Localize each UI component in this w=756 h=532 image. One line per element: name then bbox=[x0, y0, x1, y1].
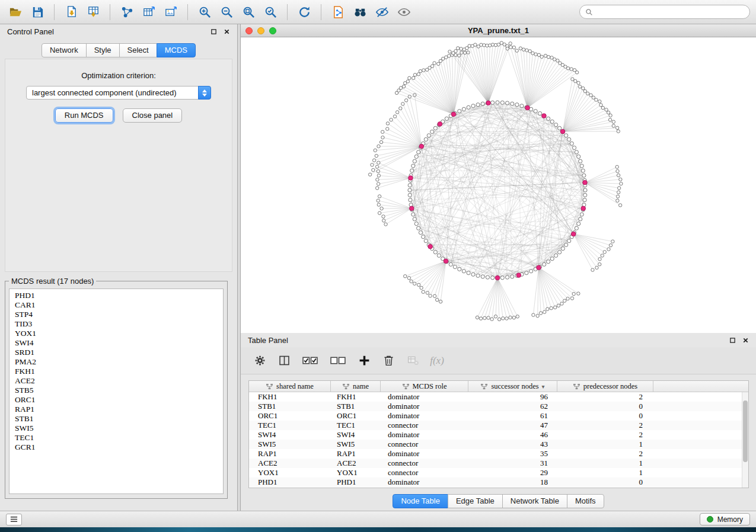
tab-select[interactable]: Select bbox=[119, 43, 157, 57]
table-row[interactable]: TEC1TEC1connector472 bbox=[249, 421, 748, 430]
deselect-all-icon[interactable] bbox=[329, 354, 347, 368]
network-window: YPA_prune.txt_1 bbox=[241, 24, 756, 333]
float-panel-icon[interactable] bbox=[210, 28, 217, 35]
export-table-icon[interactable] bbox=[139, 2, 158, 21]
list-item[interactable]: ACE2 bbox=[15, 376, 223, 386]
column-header-successor-nodes[interactable]: successor nodes▾ bbox=[468, 381, 557, 392]
list-item[interactable]: SRD1 bbox=[15, 348, 223, 357]
zoom-out-icon[interactable] bbox=[217, 2, 236, 21]
cell-shared_name: ORC1 bbox=[249, 411, 331, 421]
list-item[interactable]: PHD1 bbox=[15, 291, 223, 300]
table-row[interactable]: RAP1RAP1dominator352 bbox=[249, 449, 748, 459]
optimization-select[interactable]: largest connected component (undirected) bbox=[26, 86, 211, 100]
column-header-name[interactable]: name bbox=[331, 381, 381, 392]
add-entry-icon[interactable] bbox=[357, 354, 371, 368]
import-file-icon[interactable] bbox=[62, 2, 81, 21]
table-scrollbar[interactable] bbox=[742, 392, 748, 488]
list-item[interactable]: SWI4 bbox=[15, 338, 223, 348]
table-tabs: Node TableEdge TableNetwork TableMotifs bbox=[241, 494, 756, 508]
list-item[interactable]: STB5 bbox=[15, 386, 223, 395]
main-toolbar bbox=[0, 0, 756, 24]
zoom-selected-icon[interactable] bbox=[261, 2, 280, 21]
close-panel-icon[interactable] bbox=[224, 28, 230, 35]
mcds-result-group: MCDS result (17 nodes) PHD1CAR1STP4TID3Y… bbox=[5, 277, 228, 499]
zoom-fit-icon[interactable] bbox=[239, 2, 258, 21]
memory-button[interactable]: Memory bbox=[700, 513, 750, 525]
list-item[interactable]: YOX1 bbox=[15, 329, 223, 338]
list-item[interactable]: STP4 bbox=[15, 310, 223, 319]
save-icon[interactable] bbox=[28, 2, 47, 21]
list-item[interactable]: PMA2 bbox=[15, 357, 223, 367]
cell-succ: 35 bbox=[468, 449, 557, 459]
memory-status-icon bbox=[707, 516, 713, 523]
search-box bbox=[579, 5, 750, 19]
delete-entry-icon[interactable] bbox=[381, 354, 395, 368]
network-window-title: YPA_prune.txt_1 bbox=[241, 26, 756, 35]
table-header-row: shared namenameMCDS rolesuccessor nodes▾… bbox=[249, 381, 748, 392]
toggle-edges-icon[interactable] bbox=[372, 2, 391, 21]
memory-label: Memory bbox=[717, 515, 743, 524]
table-row[interactable]: YOX1YOX1connector291 bbox=[249, 468, 748, 477]
list-item[interactable]: ORC1 bbox=[15, 395, 223, 405]
list-item[interactable]: RAP1 bbox=[15, 405, 223, 414]
cell-succ: 62 bbox=[468, 402, 557, 411]
list-item[interactable]: TID3 bbox=[15, 319, 223, 329]
tab-mcds[interactable]: MCDS bbox=[157, 43, 196, 57]
open-folder-icon[interactable] bbox=[6, 2, 25, 21]
list-item[interactable]: CAR1 bbox=[15, 300, 223, 310]
tab-style[interactable]: Style bbox=[86, 43, 120, 57]
column-header-shared-name[interactable]: shared name bbox=[249, 381, 331, 392]
list-item[interactable]: GCR1 bbox=[15, 443, 223, 452]
cell-filler bbox=[653, 459, 748, 468]
share-document-icon[interactable] bbox=[328, 2, 347, 21]
table-row[interactable]: STB1STB1dominator620 bbox=[249, 402, 748, 411]
cell-pred: 1 bbox=[557, 468, 653, 477]
refresh-icon[interactable] bbox=[295, 2, 314, 21]
export-network-icon[interactable] bbox=[117, 2, 136, 21]
tab-network-table[interactable]: Network Table bbox=[502, 494, 567, 508]
list-item[interactable]: TEC1 bbox=[15, 433, 223, 443]
cell-pred: 2 bbox=[557, 392, 653, 402]
float-panel-icon[interactable] bbox=[729, 337, 736, 344]
close-panel-button[interactable]: Close panel bbox=[123, 108, 183, 123]
cell-name: SWI4 bbox=[331, 430, 381, 440]
optimization-label: Optimization criterion: bbox=[5, 71, 232, 80]
tab-motifs[interactable]: Motifs bbox=[567, 494, 604, 508]
gear-icon[interactable] bbox=[253, 354, 267, 368]
tab-edge-table[interactable]: Edge Table bbox=[448, 494, 503, 508]
show-view-icon[interactable] bbox=[394, 2, 413, 21]
close-panel-icon[interactable] bbox=[742, 337, 749, 344]
cell-filler bbox=[653, 440, 748, 449]
table-row[interactable]: SWI4SWI4dominator462 bbox=[249, 430, 748, 440]
table-row[interactable]: ORC1ORC1dominator610 bbox=[249, 411, 748, 421]
table-row[interactable]: ACE2ACE2connector311 bbox=[249, 459, 748, 468]
search-input[interactable] bbox=[596, 8, 744, 16]
column-header-mcds-role[interactable]: MCDS role bbox=[381, 381, 468, 392]
table-row[interactable]: FKH1FKH1dominator962 bbox=[249, 392, 748, 402]
table-row[interactable]: PHD1PHD1dominator180 bbox=[249, 477, 748, 487]
table-row[interactable]: SWI5SWI5connector431 bbox=[249, 440, 748, 449]
mcds-form: Optimization criterion: largest connecte… bbox=[5, 59, 232, 272]
cell-filler bbox=[653, 477, 748, 487]
search-binoculars-icon[interactable] bbox=[350, 2, 369, 21]
cell-role: dominator bbox=[381, 449, 468, 459]
export-image-icon[interactable] bbox=[161, 2, 180, 21]
scrollbar-thumb[interactable] bbox=[743, 400, 748, 462]
tab-node-table[interactable]: Node Table bbox=[393, 494, 448, 508]
network-graph[interactable] bbox=[241, 37, 756, 333]
panel-menu-button[interactable] bbox=[6, 514, 22, 525]
table-panel: Table Panel f(x) shared namenameMCDS rol… bbox=[241, 333, 756, 511]
column-header-predecessor-nodes[interactable]: predecessor nodes bbox=[557, 381, 653, 392]
tab-network[interactable]: Network bbox=[42, 43, 87, 57]
select-all-icon[interactable] bbox=[301, 354, 319, 368]
toggle-columns-icon[interactable] bbox=[277, 354, 291, 368]
import-table-icon[interactable] bbox=[84, 2, 103, 21]
zoom-in-icon[interactable] bbox=[195, 2, 214, 21]
list-item[interactable]: SWI5 bbox=[15, 424, 223, 433]
list-item[interactable]: STB1 bbox=[15, 414, 223, 424]
list-item[interactable]: FKH1 bbox=[15, 367, 223, 376]
network-canvas[interactable] bbox=[241, 37, 756, 333]
run-mcds-button[interactable]: Run MCDS bbox=[55, 108, 113, 123]
cell-name: SWI5 bbox=[331, 440, 381, 449]
cell-shared_name: TEC1 bbox=[249, 421, 331, 430]
